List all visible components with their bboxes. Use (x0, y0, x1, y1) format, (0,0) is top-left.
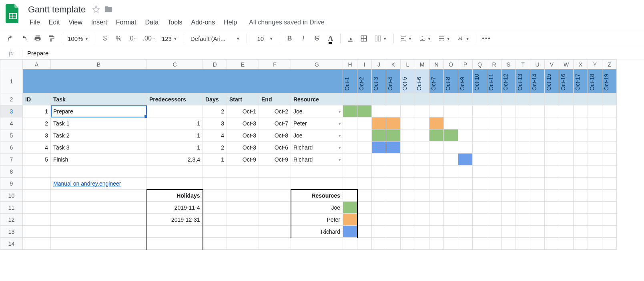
cell[interactable] (458, 202, 473, 214)
gantt-cell[interactable] (502, 166, 516, 178)
cell[interactable] (530, 214, 545, 226)
cell[interactable] (487, 202, 502, 214)
cell[interactable] (444, 202, 458, 214)
gantt-cell[interactable] (458, 129, 473, 142)
cell[interactable] (343, 190, 357, 202)
row-header-11[interactable]: 11 (0, 202, 23, 214)
gantt-cell[interactable] (401, 117, 415, 129)
gantt-cell[interactable] (473, 105, 487, 117)
cell-start[interactable]: Oct-3 (227, 142, 259, 154)
cell-id[interactable]: 4 (23, 142, 51, 154)
gantt-cell[interactable] (401, 166, 415, 178)
gantt-cell[interactable] (588, 142, 602, 154)
gantt-cell[interactable] (458, 154, 473, 166)
gantt-cell[interactable] (487, 178, 502, 190)
cell[interactable] (559, 190, 574, 202)
cell[interactable] (343, 93, 357, 105)
cell[interactable] (51, 202, 147, 214)
cell-id[interactable]: 3 (23, 129, 51, 142)
date-header[interactable]: Oct-19 (602, 69, 617, 93)
gantt-cell[interactable] (602, 166, 617, 178)
cell[interactable] (415, 190, 429, 202)
gantt-cell[interactable] (458, 105, 473, 117)
date-header[interactable]: Oct-12 (502, 69, 516, 93)
header-task[interactable]: Task (51, 93, 147, 105)
gantt-cell[interactable] (444, 117, 458, 129)
gantt-cell[interactable] (444, 105, 458, 117)
gantt-cell[interactable] (343, 166, 357, 178)
cell-pred[interactable]: 1 (147, 142, 203, 154)
cell[interactable] (386, 93, 401, 105)
cell[interactable] (415, 93, 429, 105)
row-header-12[interactable]: 12 (0, 214, 23, 226)
merge-cells-dropdown[interactable]: ▼ (371, 32, 390, 44)
cell-days[interactable]: 2 (203, 142, 227, 154)
col-header-R[interactable]: R (487, 60, 502, 69)
date-header[interactable]: Oct-14 (530, 69, 545, 93)
cell[interactable] (259, 214, 291, 226)
cell[interactable] (357, 93, 372, 105)
gantt-cell[interactable] (343, 117, 357, 129)
format-currency-button[interactable]: $ (98, 32, 111, 44)
cell-start[interactable]: Oct-1 (227, 105, 259, 117)
cell[interactable] (530, 93, 545, 105)
gantt-cell[interactable] (372, 142, 386, 154)
gantt-cell[interactable] (473, 117, 487, 129)
cell-pred[interactable]: 2,3,4 (147, 154, 203, 166)
gantt-cell[interactable] (386, 178, 401, 190)
print-button[interactable] (31, 32, 44, 44)
row-header-10[interactable]: 10 (0, 190, 23, 202)
cell[interactable] (401, 202, 415, 214)
col-header-J[interactable]: J (372, 60, 386, 69)
gantt-cell[interactable] (602, 129, 617, 142)
cell[interactable] (372, 238, 386, 250)
cell[interactable] (51, 238, 147, 250)
date-header[interactable]: Oct-15 (545, 69, 559, 93)
header-end[interactable]: End (259, 93, 291, 105)
cell[interactable] (602, 238, 617, 250)
cell-days[interactable]: 2 (203, 105, 227, 117)
cell[interactable] (259, 202, 291, 214)
holiday-cell[interactable]: 2019-11-4 (147, 202, 203, 214)
cell[interactable] (203, 190, 227, 202)
cell[interactable] (574, 202, 588, 214)
cell[interactable] (487, 214, 502, 226)
col-header-C[interactable]: C (147, 60, 203, 69)
cell[interactable] (574, 226, 588, 238)
cell[interactable] (574, 190, 588, 202)
gantt-cell[interactable] (602, 154, 617, 166)
cell[interactable] (545, 226, 559, 238)
gantt-cell[interactable] (588, 166, 602, 178)
cell[interactable] (203, 202, 227, 214)
gantt-cell[interactable] (602, 142, 617, 154)
cell[interactable] (357, 238, 372, 250)
date-header[interactable]: Oct-5 (401, 69, 415, 93)
cell[interactable] (203, 178, 227, 190)
gantt-cell[interactable] (559, 166, 574, 178)
gantt-cell[interactable] (502, 105, 516, 117)
cell[interactable] (23, 69, 343, 93)
date-header[interactable]: Oct-9 (458, 69, 473, 93)
gantt-cell[interactable] (429, 117, 444, 129)
gantt-cell[interactable] (357, 178, 372, 190)
save-status[interactable]: All changes saved in Drive (249, 19, 325, 26)
row-header-14[interactable]: 14 (0, 238, 23, 250)
gantt-cell[interactable] (444, 178, 458, 190)
cell[interactable] (372, 226, 386, 238)
cell[interactable] (23, 226, 51, 238)
gantt-cell[interactable] (357, 117, 372, 129)
cell[interactable] (559, 93, 574, 105)
gantt-cell[interactable] (429, 142, 444, 154)
cell[interactable] (386, 202, 401, 214)
gantt-cell[interactable] (588, 178, 602, 190)
cell[interactable] (602, 214, 617, 226)
gantt-cell[interactable] (458, 117, 473, 129)
select-all-corner[interactable] (0, 60, 23, 69)
row-header-1[interactable]: 1 (0, 69, 23, 93)
resource-name[interactable]: Peter (291, 214, 343, 226)
fill-color-button[interactable] (344, 32, 357, 44)
gantt-cell[interactable] (559, 117, 574, 129)
cell[interactable] (473, 190, 487, 202)
date-header[interactable]: Oct-11 (487, 69, 502, 93)
cell[interactable] (259, 238, 291, 250)
